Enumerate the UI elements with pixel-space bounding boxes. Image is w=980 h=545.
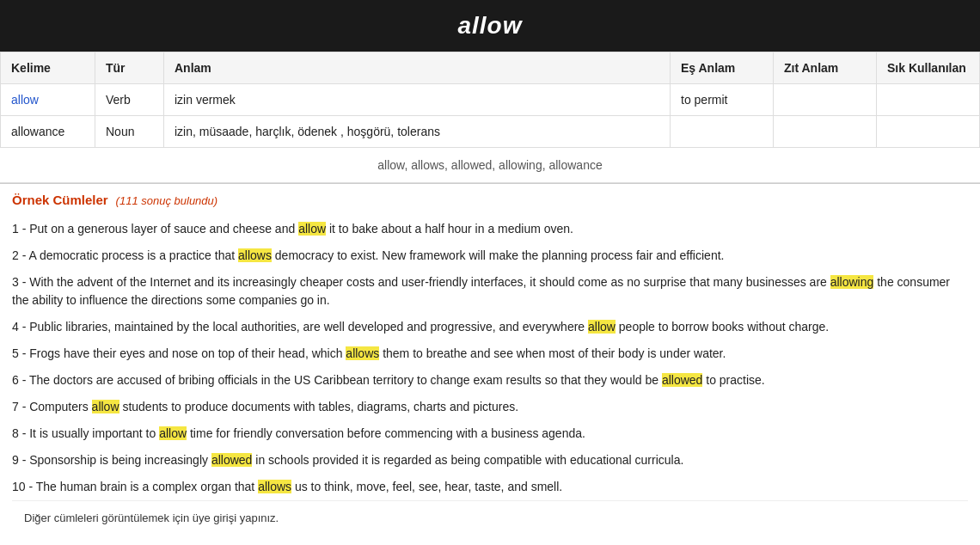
highlight-word: allows: [238, 248, 272, 262]
sentence-number: 3 - With the advent of the Internet and …: [12, 275, 830, 289]
sentence-number: 8 - It is usually important to: [12, 426, 159, 440]
sentence-rest: it to bake about a half hour in a medium…: [326, 222, 573, 236]
sentence-rest: to practise.: [702, 373, 764, 387]
sentence-number: 6 - The doctors are accused of bribing o…: [12, 373, 662, 387]
cell-sik-allowance: [877, 116, 980, 148]
sentence-rest: time for friendly conversation before co…: [187, 426, 585, 440]
list-item: 6 - The doctors are accused of bribing o…: [12, 367, 968, 394]
word-link-allow[interactable]: allow: [11, 93, 39, 107]
page-title: allow: [0, 12, 980, 40]
sentence-number: 1 - Put on a generous layer of sauce and…: [12, 222, 298, 236]
highlight-word: allowed: [662, 373, 702, 387]
examples-title: Örnek Cümleler: [12, 193, 108, 207]
sentence-rest: in schools provided it is regarded as be…: [252, 453, 683, 467]
example-list: 1 - Put on a generous layer of sauce and…: [12, 216, 968, 500]
highlight-word: allow: [588, 320, 616, 334]
sentence-rest: students to produce documents with table…: [119, 400, 519, 413]
footer-note: Diğer cümleleri görüntülemek için üye gi…: [12, 500, 968, 535]
sentence-number: 2 - A democratic process is a practice t…: [12, 248, 238, 262]
sentence-number: 10 - The human brain is a complex organ …: [12, 480, 258, 493]
list-item: 3 - With the advent of the Internet and …: [12, 269, 968, 314]
col-header-kelime: Kelime: [1, 52, 95, 84]
sentence-rest: people to borrow books without charge.: [616, 320, 829, 334]
sentence-number: 9 - Sponsorship is being increasingly: [12, 453, 211, 467]
cell-anlam-allow: izin vermek: [164, 84, 671, 116]
list-item: 4 - Public libraries, maintained by the …: [12, 314, 968, 340]
highlight-word: allow: [92, 400, 119, 413]
footer-note-text: Diğer cümleleri görüntülemek için üye gi…: [24, 511, 279, 524]
col-header-sik: Sık Kullanılan: [877, 52, 980, 84]
dictionary-table: Kelime Tür Anlam Eş Anlam Zıt Anlam Sık …: [0, 52, 980, 148]
sentence-number: 5 - Frogs have their eyes and nose on to…: [12, 346, 346, 360]
list-item: 2 - A democratic process is a practice t…: [12, 242, 968, 269]
cell-sik-allow: [877, 84, 980, 116]
highlight-word: allow: [298, 222, 326, 236]
dictionary-table-section: Kelime Tür Anlam Eş Anlam Zıt Anlam Sık …: [0, 52, 980, 184]
header: allow: [0, 0, 980, 52]
col-header-tur: Tür: [95, 52, 164, 84]
table-row: allowance Noun izin, müsaade, harçlık, ö…: [1, 116, 980, 148]
cell-kelime-allow: allow: [1, 84, 95, 116]
cell-tur-allowance: Noun: [95, 116, 164, 148]
col-header-zit-anlam: Zıt Anlam: [774, 52, 877, 84]
list-item: 1 - Put on a generous layer of sauce and…: [12, 216, 968, 242]
examples-header: Örnek Cümleler (111 sonuç bulundu): [12, 193, 968, 207]
examples-count: (111 sonuç bulundu): [116, 194, 218, 207]
list-item: 10 - The human brain is a complex organ …: [12, 474, 968, 500]
sentence-number: 4 - Public libraries, maintained by the …: [12, 320, 588, 334]
highlight-word: allows: [346, 346, 379, 360]
table-row: allow Verb izin vermek to permit: [1, 84, 980, 116]
highlight-word: allow: [159, 426, 187, 440]
cell-tur-allow: Verb: [95, 84, 164, 116]
word-forms-text: allow, allows, allowed, allowing, allowa…: [377, 158, 602, 172]
sentence-rest: them to breathe and see when most of the…: [379, 346, 726, 360]
col-header-anlam: Anlam: [164, 52, 671, 84]
cell-kelime-allowance: allowance: [1, 116, 95, 148]
cell-anlam-allowance: izin, müsaade, harçlık, ödenek , hoşgörü…: [164, 116, 671, 148]
list-item: 7 - Computers allow students to produce …: [12, 394, 968, 420]
cell-zit-anlam-allow: [774, 84, 877, 116]
sentence-rest: democracy to exist. New framework will m…: [272, 248, 725, 262]
highlight-word: allowing: [830, 275, 874, 289]
highlight-word: allows: [258, 480, 291, 493]
word-forms: allow, allows, allowed, allowing, allowa…: [0, 148, 980, 183]
list-item: 5 - Frogs have their eyes and nose on to…: [12, 340, 968, 367]
examples-section: Örnek Cümleler (111 sonuç bulundu) 1 - P…: [0, 184, 980, 543]
list-item: 9 - Sponsorship is being increasingly al…: [12, 447, 968, 474]
col-header-es-anlam: Eş Anlam: [671, 52, 774, 84]
cell-es-anlam-allow: to permit: [671, 84, 774, 116]
sentence-rest: us to think, move, feel, see, hear, tast…: [291, 480, 562, 493]
sentence-number: 7 - Computers: [12, 400, 92, 413]
list-item: 8 - It is usually important to allow tim…: [12, 420, 968, 447]
cell-es-anlam-allowance: [671, 116, 774, 148]
highlight-word: allowed: [211, 453, 252, 467]
cell-zit-anlam-allowance: [774, 116, 877, 148]
